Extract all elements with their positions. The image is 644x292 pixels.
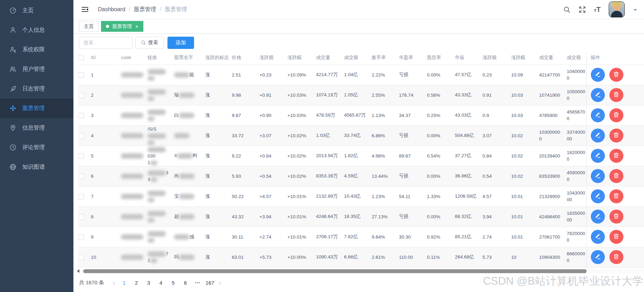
search-button-label: 搜索 [148,39,158,46]
pager-ellipsis[interactable]: ••• [193,280,202,285]
search-input[interactable] [79,37,133,49]
cell-actions [586,146,644,166]
row-checkbox[interactable] [78,93,84,98]
sidebar-item-6[interactable]: 信息管理 [0,118,73,138]
select-all-checkbox[interactable] [78,55,84,60]
row-checkbox[interactable] [78,153,84,159]
page-number-6[interactable]: 6 [181,280,190,286]
cell-link: 0301 [148,146,174,166]
cell-volume-raw: 42486400 [539,206,567,227]
cell-flag: 涨 [205,247,232,267]
row-checkbox[interactable] [78,174,84,179]
cell-id: 10 [91,247,121,267]
page-number-2[interactable]: 2 [132,280,141,286]
font-size-icon[interactable]: тT [594,6,601,14]
trash-icon [613,91,620,99]
sidebar-item-label: 主页 [22,7,34,14]
blurred-link-line1: 030 [148,146,173,159]
edit-button[interactable] [591,108,605,122]
chevron-down-icon[interactable] [634,9,637,13]
delete-button[interactable] [609,250,623,264]
chevron-right-icon[interactable]: › [219,279,221,286]
edit-button[interactable] [591,169,605,183]
tab-close-icon[interactable]: × [135,24,138,29]
hamburger-menu-icon[interactable] [81,6,89,13]
search-icon[interactable] [563,6,571,13]
edit-button[interactable] [591,68,605,82]
blurred-link-line1 [148,109,173,115]
page-number-4[interactable]: 4 [156,280,166,286]
breadcrumb-separator: / [129,6,130,13]
sidebar-item-8[interactable]: 知识图谱 [0,157,73,177]
sidebar-item-0[interactable]: 主页 [0,1,73,20]
main-area: Dashboard/股票管理/股票管理 тT 主页股票管理× [73,0,644,292]
fullscreen-icon[interactable] [579,6,586,13]
edit-button[interactable] [591,189,605,203]
row-checkbox[interactable] [78,194,84,199]
cell-dividend-yield: 0.54% [427,146,455,166]
horizontal-scrollbar[interactable] [73,269,644,273]
edit-button[interactable] [591,250,605,264]
edit-button[interactable] [591,88,605,102]
breadcrumb-item-0[interactable]: Dashboard [98,6,125,13]
sidebar-item-2[interactable]: 系统权限 [0,40,73,59]
sidebar-item-4[interactable]: 日志管理 [0,79,73,98]
cell-dividend-yield: 0.00% [427,166,455,186]
sidebar-item-7[interactable]: 评论管理 [0,138,73,157]
blurred-link-blob [148,96,155,101]
add-button[interactable]: 添加 [167,37,194,49]
page-number-1[interactable]: 1 [120,280,129,286]
cell-change-percent-raw: 10.02 [511,146,539,166]
cell-actions [586,227,644,247]
delete-button[interactable] [609,149,623,163]
delete-button[interactable] [609,88,623,102]
cell-change-percent-raw: 10.01 [511,227,539,247]
row-checkbox[interactable] [78,214,84,220]
column-header-5: 价格 [232,52,259,65]
tab-0[interactable]: 主页 [79,21,99,32]
row-checkbox[interactable] [78,133,84,139]
chevron-left-icon[interactable]: ‹ [113,279,115,286]
search-button[interactable]: 搜索 [135,37,164,49]
column-header-18: 操作 [586,52,644,65]
blurred-link-blob [150,258,157,263]
breadcrumb-item-1[interactable]: 股票管理 [134,6,156,13]
row-checkbox[interactable] [78,234,84,240]
blurred-link-line1: 3 [148,169,173,176]
delete-button[interactable] [609,230,623,244]
delete-button[interactable] [609,68,623,82]
cell-price: 33.72 [232,125,259,146]
delete-button[interactable] [609,108,623,122]
row-select-cell [78,166,91,186]
tab-1[interactable]: 股票管理× [101,21,143,32]
delete-button[interactable] [609,210,623,224]
page-number-5[interactable]: 5 [169,280,178,286]
sidebar-item-1[interactable]: 个人信息 [0,20,73,40]
breadcrumb-separator: / [160,6,161,13]
delete-button[interactable] [609,169,623,183]
blurred-name [179,174,194,179]
cell-price: 9.98 [232,85,259,105]
table-header-row: IDcode链接股票名字涨跌的标志价格涨跌额涨跌幅成交量成交额换手率市盈率股息率… [78,52,644,65]
row-checkbox[interactable] [78,255,84,260]
scroll-left-arrow-icon[interactable] [75,269,79,273]
user-avatar[interactable] [609,1,625,17]
page-number-167[interactable]: 167 [205,280,215,286]
row-checkbox[interactable] [78,113,84,118]
scrollbar-thumb[interactable] [83,269,587,273]
app-window: 主页个人信息系统权限用户管理日志管理股票管理信息管理评论管理知识图谱 Dashb… [0,0,644,292]
sidebar-item-3[interactable]: 用户管理 [0,59,73,79]
row-checkbox[interactable] [78,72,84,78]
delete-button[interactable] [609,189,623,203]
edit-button[interactable] [591,230,605,244]
cell-turnover-rate: 9.64% [372,227,399,247]
sidebar-item-5[interactable]: 股票管理 [0,98,73,118]
cell-link [148,85,174,105]
page-number-3[interactable]: 3 [144,280,153,286]
edit-button[interactable] [591,129,605,143]
edit-button[interactable] [591,149,605,163]
blurred-link-blob [148,140,155,145]
edit-button[interactable] [591,210,605,224]
sidebar-item-label: 知识图谱 [22,163,45,171]
delete-button[interactable] [609,129,623,143]
